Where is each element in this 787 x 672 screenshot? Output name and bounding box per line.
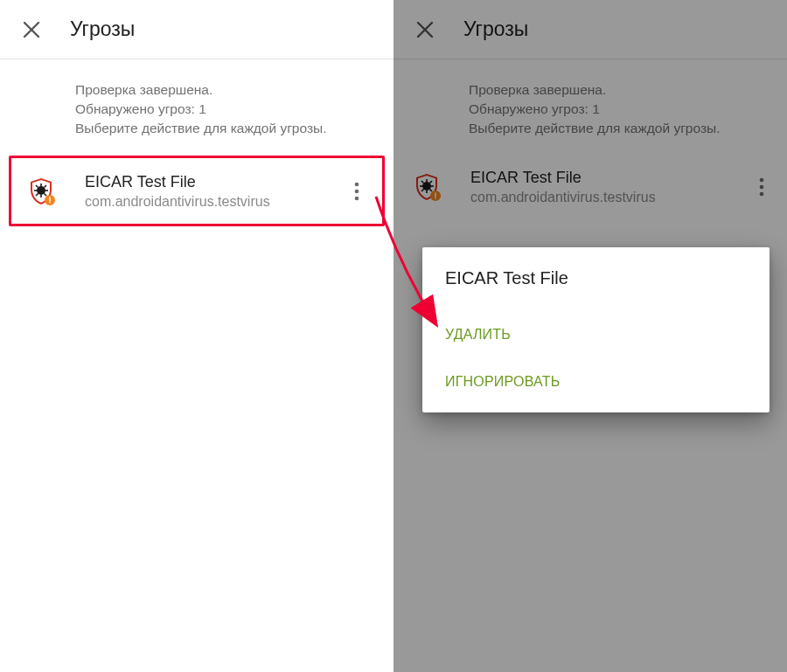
threat-shield-icon	[25, 176, 57, 207]
scan-summary: Проверка завершена. Обнаружено угроз: 1 …	[0, 59, 394, 156]
threats-screen-menu-open: Угрозы Проверка завершена. Обнаружено уг…	[394, 0, 787, 672]
scan-summary: Проверка завершена. Обнаружено угроз: 1 …	[394, 59, 787, 156]
threat-name: EICAR Test File	[85, 172, 342, 192]
close-button[interactable]	[413, 17, 437, 42]
threat-action-menu: EICAR Test File УДАЛИТЬ ИГНОРИРОВАТЬ	[422, 247, 770, 412]
page-title: Угрозы	[463, 17, 528, 41]
summary-line: Выберите действие для каждой угрозы.	[75, 119, 376, 138]
menu-item-delete[interactable]: УДАЛИТЬ	[445, 311, 747, 358]
overflow-icon	[354, 182, 359, 201]
threat-name: EICAR Test File	[470, 168, 747, 188]
threat-overflow-button[interactable]	[342, 174, 372, 209]
summary-line: Проверка завершена.	[75, 80, 376, 100]
threat-row[interactable]: EICAR Test File com.androidantivirus.tes…	[394, 156, 787, 218]
summary-line: Обнаружено угроз: 1	[469, 100, 770, 119]
menu-item-ignore[interactable]: ИГНОРИРОВАТЬ	[445, 358, 747, 405]
threat-package: com.androidantivirus.testvirus	[85, 194, 342, 210]
page-title: Угрозы	[70, 17, 135, 41]
summary-line: Обнаружено угроз: 1	[75, 100, 376, 119]
threat-package: com.androidantivirus.testvirus	[470, 190, 747, 205]
threat-texts: EICAR Test File com.androidantivirus.tes…	[85, 172, 342, 210]
close-icon	[22, 20, 41, 39]
overflow-icon	[759, 177, 764, 197]
app-bar: Угрозы	[394, 0, 787, 59]
summary-line: Проверка завершена.	[469, 80, 770, 100]
threat-shield-icon	[411, 171, 442, 203]
threat-overflow-button[interactable]	[747, 170, 777, 204]
menu-title: EICAR Test File	[445, 268, 747, 288]
close-icon	[415, 20, 435, 39]
threat-row[interactable]: EICAR Test File com.androidantivirus.tes…	[11, 160, 382, 222]
summary-line: Выберите действие для каждой угрозы.	[469, 119, 770, 138]
threats-screen-before: Угрозы Проверка завершена. Обнаружено уг…	[0, 0, 394, 672]
app-bar: Угрозы	[0, 0, 394, 59]
threat-row-highlight: EICAR Test File com.androidantivirus.tes…	[9, 156, 385, 226]
close-button[interactable]	[19, 17, 44, 42]
threat-texts: EICAR Test File com.androidantivirus.tes…	[470, 168, 747, 205]
